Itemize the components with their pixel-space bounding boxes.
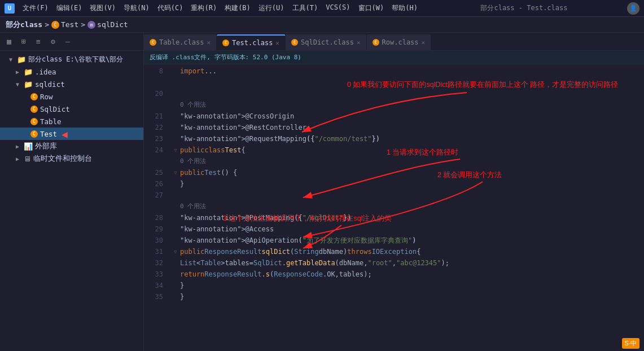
tabs-bar: C Table.class ✕ C Test.class ✕ C SqlDict… xyxy=(144,33,644,51)
tab-row-close[interactable]: ✕ xyxy=(422,39,426,46)
code-line: } xyxy=(172,280,644,291)
code-line: } xyxy=(172,291,644,302)
arrow-indicator: ◀ xyxy=(62,128,68,140)
sidebar-item-project[interactable]: ▼ 📁 部分class E:\谷歌下载\部分 xyxy=(0,53,143,65)
tab-sqldict-close[interactable]: ✕ xyxy=(357,39,361,46)
sidebar-expand-btn[interactable]: ⊞ xyxy=(18,36,29,47)
row-label: Row xyxy=(40,93,53,101)
watermark: S·中 xyxy=(622,338,639,349)
code-line xyxy=(172,190,644,201)
menu-item-h[interactable]: 帮助(H) xyxy=(388,2,421,14)
row-class-icon: C xyxy=(30,93,38,100)
sidebar-toolbar: ▦ ⊞ ≡ ⚙ — xyxy=(0,33,143,51)
temp-icon: 🖥 xyxy=(24,155,31,163)
sqldict-folder-label: sqldict xyxy=(35,80,65,89)
fold-btn[interactable]: ▽ xyxy=(172,248,179,255)
editor-area: C Table.class ✕ C Test.class ✕ C SqlDict… xyxy=(144,33,644,351)
line-numbers: 820212223242526272829303132333435 xyxy=(144,64,168,351)
sidebar-item-external[interactable]: ▶ 📊 外部库 xyxy=(0,140,143,152)
menu-item-vcss[interactable]: VCS(S) xyxy=(322,2,353,14)
tab-test-close[interactable]: ✕ xyxy=(275,40,279,47)
menu-item-b[interactable]: 构建(B) xyxy=(221,2,254,14)
project-label: 部分class E:\谷歌下载\部分 xyxy=(28,55,123,64)
code-line: 0 个用法 xyxy=(172,156,644,167)
code-content: import ... 0 个用法"kw-annotation">@CrossOr… xyxy=(168,64,644,351)
sidebar-tree: ▼ 📁 部分class E:\谷歌下载\部分 ▶ 📁 .idea ▼ 📁 sql… xyxy=(0,51,143,351)
info-bar: 反编译 .class文件, 字节码版本: 52.0 (Java 8) xyxy=(144,51,644,64)
code-line: ▽ public Test() { xyxy=(172,167,644,178)
breadcrumb-method: sqlDict xyxy=(97,20,128,29)
tab-sqldict-label: SqlDict.class xyxy=(301,38,354,46)
code-line: 0 个用法 xyxy=(172,99,644,111)
sidebar-item-sqldict[interactable]: C SqlDict xyxy=(0,103,143,115)
code-line: } xyxy=(172,178,644,190)
code-line: List<Table> tables = SqlDict.getTableDat… xyxy=(172,257,644,269)
sqldict-folder-icon: 📁 xyxy=(24,80,33,89)
tab-table-label: Table.class xyxy=(159,38,204,46)
sidebar: ▦ ⊞ ≡ ⚙ — ▼ 📁 部分class E:\谷歌下载\部分 ▶ 📁 .id… xyxy=(0,33,144,351)
menu-item-r[interactable]: 重构(R) xyxy=(187,2,220,14)
sidebar-item-idea[interactable]: ▶ 📁 .idea xyxy=(0,65,143,78)
sqldict-class-icon: C xyxy=(30,106,38,113)
breadcrumb-class-icon: C xyxy=(51,21,59,29)
code-line: "kw-annotation">@Access xyxy=(172,223,644,235)
breadcrumb-bar: 部分class > C Test > m sqlDict xyxy=(0,17,644,33)
tab-sqldict[interactable]: C SqlDict.class ✕ xyxy=(286,34,367,50)
menu-items: 文件(F)编辑(E)视图(V)导航(N)代码(C)重构(R)构建(B)运行(U)… xyxy=(19,2,421,14)
sidebar-item-table[interactable]: C Table xyxy=(0,115,143,128)
sidebar-settings-btn[interactable]: ⚙ xyxy=(47,36,59,47)
tab-table[interactable]: C Table.class ✕ xyxy=(144,34,217,50)
code-line: "kw-annotation">@ApiOperation("为了开发方便对应数… xyxy=(172,235,644,246)
sidebar-item-temp[interactable]: ▶ 🖥 临时文件和控制台 xyxy=(0,152,143,165)
tab-table-close[interactable]: ✕ xyxy=(207,39,211,46)
sidebar-item-row[interactable]: C Row xyxy=(0,90,143,103)
code-line: "kw-annotation">@RequestMapping({"/commo… xyxy=(172,133,644,144)
folder-icon: 📁 xyxy=(17,55,26,64)
table-label: Table xyxy=(40,117,62,126)
table-class-icon: C xyxy=(30,118,38,125)
fold-btn[interactable]: ▽ xyxy=(172,169,179,176)
menu-item-c[interactable]: 代码(C) xyxy=(154,2,187,14)
code-line: ▽public class Test { xyxy=(172,144,644,156)
menu-item-w[interactable]: 窗口(W) xyxy=(355,2,388,14)
code-line: "kw-annotation">@RestController xyxy=(172,122,644,133)
main-layout: ▦ ⊞ ≡ ⚙ — ▼ 📁 部分class E:\谷歌下载\部分 ▶ 📁 .id… xyxy=(0,33,644,351)
sidebar-item-test[interactable]: C Test ◀ xyxy=(0,128,143,140)
menu-item-v[interactable]: 视图(V) xyxy=(86,2,119,14)
fold-btn[interactable]: ▽ xyxy=(172,147,179,153)
code-line xyxy=(172,88,644,99)
menu-item-f[interactable]: 文件(F) xyxy=(19,2,52,14)
tab-row-label: Row.class xyxy=(382,38,419,46)
sidebar-item-sqldict-folder[interactable]: ▼ 📁 sqldict xyxy=(0,78,143,90)
sidebar-hide-btn[interactable]: — xyxy=(62,36,73,47)
code-editor[interactable]: 820212223242526272829303132333435 import… xyxy=(144,64,644,351)
idea-folder-icon: 📁 xyxy=(24,68,33,76)
code-line xyxy=(172,77,644,88)
external-icon: 📊 xyxy=(24,142,33,151)
tab-table-icon: C xyxy=(150,39,156,46)
sqldict-label: SqlDict xyxy=(40,105,70,113)
sidebar-layout-btn[interactable]: ▦ xyxy=(3,36,15,47)
temp-label: 临时文件和控制台 xyxy=(33,154,92,164)
code-line: "kw-annotation">@CrossOrigin xyxy=(172,111,644,122)
menu-item-e[interactable]: 编辑(E) xyxy=(53,2,86,14)
sidebar-collapse-btn[interactable]: ≡ xyxy=(33,36,44,47)
external-label: 外部库 xyxy=(35,142,57,151)
tab-row[interactable]: C Row.class ✕ xyxy=(367,34,432,50)
info-text: 反编译 .class文件, 字节码版本: 52.0 (Java 8) xyxy=(150,53,301,62)
breadcrumb-class: Test xyxy=(61,20,78,29)
breadcrumb-project: 部分class xyxy=(6,20,42,30)
user-icon[interactable]: 👤 xyxy=(627,2,639,15)
title-bar-left: U 文件(F)编辑(E)视图(V)导航(N)代码(C)重构(R)构建(B)运行(… xyxy=(5,2,421,14)
title-bar-right: 👤 xyxy=(627,2,639,15)
tab-test-icon: C xyxy=(222,40,229,46)
code-line: "kw-annotation">@PostMapping({"/sqlDict"… xyxy=(172,212,644,223)
tab-test[interactable]: C Test.class ✕ xyxy=(217,34,286,50)
test-label: Test xyxy=(40,130,57,138)
menu-item-u[interactable]: 运行(U) xyxy=(255,2,288,14)
code-line: import ... xyxy=(172,65,644,77)
breadcrumb-method-icon: m xyxy=(87,21,95,29)
menu-item-t[interactable]: 工具(T) xyxy=(289,2,322,14)
menu-item-n[interactable]: 导航(N) xyxy=(120,2,153,14)
tab-sqldict-icon: C xyxy=(291,39,298,46)
